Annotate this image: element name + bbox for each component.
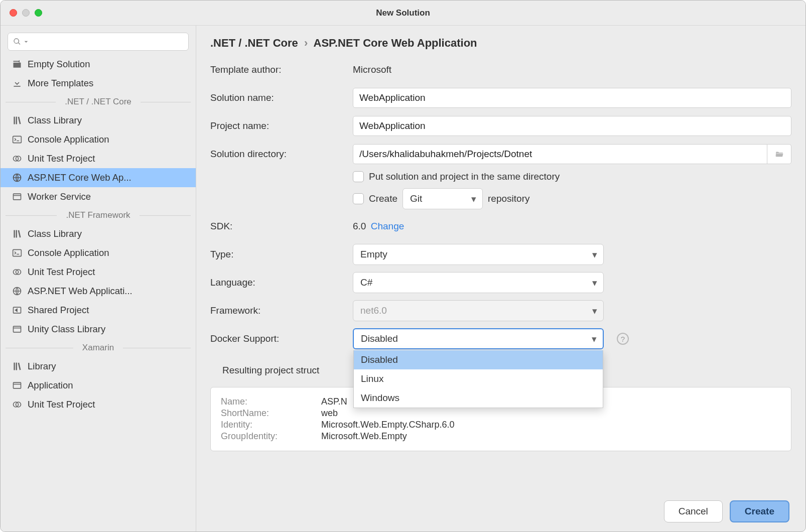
- type-select[interactable]: Empty ▾: [353, 244, 604, 265]
- framework-label: Framework:: [210, 305, 346, 316]
- titlebar: New Solution: [1, 1, 805, 26]
- sidebar-item-shared-project[interactable]: Shared Project: [1, 301, 196, 320]
- terminal-icon: [12, 134, 23, 145]
- books-icon: [12, 115, 23, 126]
- sidebar-item-label: More Templates: [28, 78, 93, 89]
- preview-identity-value: Microsoft.Web.Empty.CSharp.6.0: [321, 420, 454, 430]
- search-icon: [13, 38, 21, 46]
- sdk-value: 6.0: [353, 221, 366, 231]
- docker-support-dropdown: Disabled Linux Windows: [353, 350, 603, 408]
- docker-support-select[interactable]: Disabled ▾ Disabled Linux Windows: [353, 328, 604, 349]
- svg-rect-5: [13, 249, 22, 256]
- window-icon: [12, 324, 23, 335]
- framework-select: net6.0 ▾: [353, 300, 604, 321]
- sidebar-item-unit-test-project[interactable]: Unit Test Project: [1, 149, 196, 168]
- test-icon: [12, 153, 23, 164]
- sidebar-item-class-library-nf[interactable]: Class Library: [1, 224, 196, 243]
- dialog-body: Empty Solution More Templates .NET / .NE…: [1, 26, 805, 531]
- sidebar-item-label: Library: [28, 361, 56, 372]
- sidebar-item-empty-solution[interactable]: Empty Solution: [1, 55, 196, 74]
- breadcrumb: .NET / .NET Core › ASP.NET Core Web Appl…: [210, 37, 791, 50]
- sidebar-item-xamarin-application[interactable]: Application: [1, 376, 196, 395]
- chevron-down-icon: ▾: [592, 249, 597, 260]
- chevron-down-icon: ▾: [592, 277, 597, 289]
- sidebar-item-xamarin-library[interactable]: Library: [1, 357, 196, 376]
- sidebar-item-label: Console Application: [28, 134, 109, 145]
- language-label: Language:: [210, 277, 346, 288]
- new-solution-dialog: New Solution Empty Solution More Templat…: [0, 0, 806, 532]
- chevron-down-icon: ▾: [592, 333, 597, 345]
- docker-option-linux[interactable]: Linux: [354, 369, 603, 388]
- terminal-icon: [12, 247, 23, 258]
- browse-directory-button[interactable]: [767, 144, 791, 164]
- breadcrumb-leaf: ASP.NET Core Web Application: [314, 37, 477, 49]
- cancel-button[interactable]: Cancel: [664, 500, 723, 522]
- sidebar-item-label: Unit Test Project: [28, 267, 95, 278]
- sidebar-group-header: .NET / .NET Core: [1, 93, 196, 111]
- sidebar-item-class-library[interactable]: Class Library: [1, 111, 196, 130]
- preview-name-label: Name:: [221, 396, 321, 407]
- template-author-value: Microsoft: [353, 64, 391, 75]
- help-icon[interactable]: ?: [617, 333, 629, 345]
- language-select[interactable]: C# ▾: [353, 272, 604, 293]
- preview-shortname-label: ShortName:: [221, 408, 321, 419]
- sidebar-item-more-templates[interactable]: More Templates: [1, 74, 196, 93]
- sidebar-item-label: Class Library: [28, 228, 82, 239]
- svg-rect-4: [14, 194, 21, 200]
- sidebar-item-label: Unit Test Project: [28, 399, 95, 410]
- preview-groupidentity-value: Microsoft.Web.Empty: [321, 431, 407, 442]
- sidebar-item-unity-class-library[interactable]: Unity Class Library: [1, 320, 196, 339]
- svg-rect-0: [13, 136, 22, 143]
- create-button[interactable]: Create: [730, 500, 789, 522]
- folder-open-icon: [774, 150, 785, 159]
- test-icon: [12, 267, 23, 278]
- project-name-label: Project name:: [210, 120, 346, 131]
- same-directory-checkbox[interactable]: [353, 171, 364, 182]
- window-icon: [12, 380, 23, 391]
- sidebar-item-label: Class Library: [28, 115, 82, 126]
- window-icon: [12, 191, 23, 202]
- docker-option-disabled[interactable]: Disabled: [354, 350, 603, 369]
- main-panel: .NET / .NET Core › ASP.NET Core Web Appl…: [196, 26, 805, 531]
- sdk-change-link[interactable]: Change: [371, 221, 405, 231]
- solution-name-input[interactable]: WebApplication: [353, 88, 791, 108]
- svg-rect-10: [14, 326, 21, 332]
- docker-support-label: Docker Support:: [210, 333, 346, 344]
- sidebar-item-aspnet-core-web-app[interactable]: ASP.NET Core Web Ap...: [1, 168, 196, 187]
- search-input[interactable]: [8, 33, 189, 51]
- create-repository-checkbox[interactable]: [353, 193, 364, 204]
- sidebar-item-label: ASP.NET Core Web Ap...: [28, 172, 131, 183]
- sidebar-item-console-application[interactable]: Console Application: [1, 130, 196, 149]
- sidebar-item-label: ASP.NET Web Applicati...: [28, 286, 132, 297]
- chevron-right-icon: ›: [301, 37, 311, 49]
- sidebar-item-console-application-nf[interactable]: Console Application: [1, 243, 196, 262]
- globe-icon: [12, 172, 23, 183]
- preview-shortname-value: web: [321, 408, 338, 419]
- solution-directory-input[interactable]: /Users/khalidabuhakmeh/Projects/Dotnet: [353, 144, 767, 164]
- sidebar-item-label: Console Application: [28, 247, 109, 258]
- repository-type-select[interactable]: Git ▾: [402, 188, 483, 209]
- sidebar-item-label: Unity Class Library: [28, 324, 105, 335]
- sidebar-item-worker-service[interactable]: Worker Service: [1, 187, 196, 206]
- sidebar-group-header: .NET Framework: [1, 206, 196, 224]
- sidebar-item-aspnet-web-app[interactable]: ASP.NET Web Applicati...: [1, 282, 196, 301]
- sidebar-item-unit-test-project-nf[interactable]: Unit Test Project: [1, 262, 196, 282]
- preview-identity-label: Identity:: [221, 420, 321, 430]
- dialog-footer: Cancel Create: [210, 500, 791, 522]
- books-icon: [12, 361, 23, 372]
- preview-groupidentity-label: GroupIdentity:: [221, 431, 321, 442]
- solution-name-label: Solution name:: [210, 92, 346, 103]
- project-name-input[interactable]: WebApplication: [353, 116, 791, 136]
- shared-icon: [12, 305, 23, 316]
- sidebar-item-xamarin-unit-test[interactable]: Unit Test Project: [1, 395, 196, 414]
- sidebar-item-label: Shared Project: [28, 305, 89, 316]
- docker-option-windows[interactable]: Windows: [354, 388, 603, 408]
- same-directory-label: Put solution and project in the same dir…: [369, 171, 560, 182]
- same-directory-checkbox-row: Put solution and project in the same dir…: [353, 171, 791, 182]
- template-list: Empty Solution More Templates .NET / .NE…: [1, 55, 196, 531]
- window-title: New Solution: [1, 8, 805, 18]
- chevron-down-icon: [22, 38, 30, 46]
- form: Template author: Microsoft Solution name…: [210, 59, 791, 491]
- test-icon: [12, 399, 23, 410]
- create-repository-row: Create Git ▾ repository: [353, 188, 791, 209]
